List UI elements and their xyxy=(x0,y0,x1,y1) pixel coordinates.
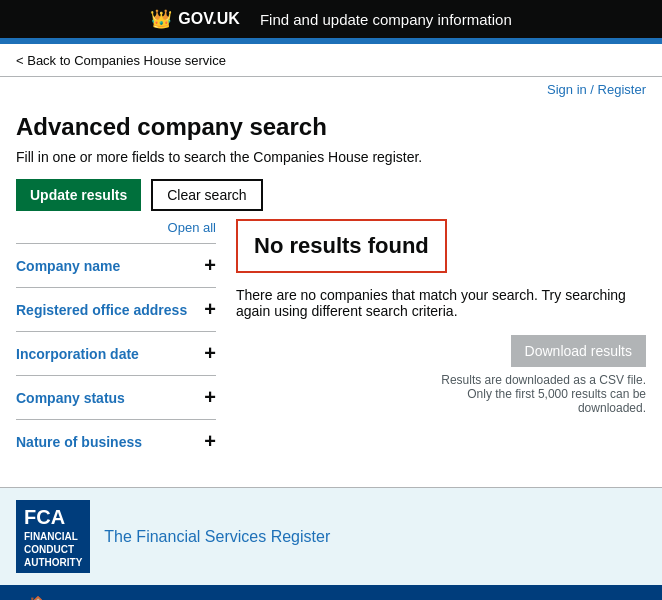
back-link-bar: Back to Companies House service xyxy=(0,44,662,77)
no-results-message: There are no companies that match your s… xyxy=(236,287,646,319)
sign-in-link[interactable]: Sign in / Register xyxy=(547,82,646,97)
fca-nav-data-downloads[interactable]: Data and downloads xyxy=(427,587,585,600)
download-results-button[interactable]: Download results xyxy=(511,335,646,367)
filter-incorporation-date[interactable]: Incorporation date + xyxy=(16,331,216,375)
page-title: Advanced company search xyxy=(16,113,646,141)
filter-incorporation-date-plus: + xyxy=(204,342,216,365)
filter-company-status[interactable]: Company status + xyxy=(16,375,216,419)
filter-registered-address[interactable]: Registered office address + xyxy=(16,287,216,331)
open-all-link[interactable]: Open all xyxy=(168,220,216,235)
back-link[interactable]: Back to Companies House service xyxy=(16,53,226,68)
crown-icon: 👑 xyxy=(150,8,172,30)
filters-column: Open all Company name + Registered offic… xyxy=(16,219,216,463)
results-column: No results found There are no companies … xyxy=(236,219,646,463)
filter-nature-of-business[interactable]: Nature of business + xyxy=(16,419,216,463)
no-results-title: No results found xyxy=(254,233,429,259)
filter-registered-address-label: Registered office address xyxy=(16,302,187,318)
fca-logo: FCA FINANCIAL CONDUCT AUTHORITY xyxy=(16,500,90,573)
main-content: Advanced company search Fill in one or m… xyxy=(0,101,662,479)
fca-logo-letters: FCA xyxy=(24,504,65,530)
open-all-container: Open all xyxy=(16,219,216,235)
fca-section: FCA FINANCIAL CONDUCT AUTHORITY The Fina… xyxy=(0,487,662,600)
fca-nav-other-registers[interactable]: Other registers xyxy=(313,587,427,600)
subtitle: Fill in one or more fields to search the… xyxy=(16,149,646,165)
filter-company-status-label: Company status xyxy=(16,390,125,406)
fca-logo-line1: FINANCIAL xyxy=(24,530,78,543)
filter-company-name-plus: + xyxy=(204,254,216,277)
filter-company-name[interactable]: Company name + xyxy=(16,243,216,287)
site-title: Find and update company information xyxy=(260,11,512,28)
filter-registered-address-plus: + xyxy=(204,298,216,321)
filter-company-name-label: Company name xyxy=(16,258,120,274)
fca-header: FCA FINANCIAL CONDUCT AUTHORITY The Fina… xyxy=(0,488,662,585)
filter-incorporation-date-label: Incorporation date xyxy=(16,346,139,362)
fca-nav-fund-search[interactable]: Fund search xyxy=(213,587,313,600)
download-note: Results are downloaded as a CSV file. On… xyxy=(426,373,646,415)
gov-header: 👑 GOV.UK Find and update company informa… xyxy=(0,0,662,38)
fca-nav-individual-prohibitions[interactable]: Individual prohibitions xyxy=(60,587,213,600)
buttons-row: Update results Clear search xyxy=(16,179,646,211)
update-results-button[interactable]: Update results xyxy=(16,179,141,211)
two-col-layout: Open all Company name + Registered offic… xyxy=(16,219,646,463)
fca-register-title: The Financial Services Register xyxy=(104,528,330,546)
download-area: Download results Results are downloaded … xyxy=(236,335,646,415)
sign-in-bar: Sign in / Register xyxy=(0,77,662,101)
fca-nav: 🏠 Individual prohibitions Fund search Ot… xyxy=(0,585,662,600)
fca-logo-line3: AUTHORITY xyxy=(24,556,82,569)
filter-nature-of-business-label: Nature of business xyxy=(16,434,142,450)
gov-logo: 👑 GOV.UK xyxy=(150,8,240,30)
gov-logo-text: GOV.UK xyxy=(178,10,240,28)
fca-logo-line2: CONDUCT xyxy=(24,543,74,556)
filter-nature-of-business-plus: + xyxy=(204,430,216,453)
no-results-box: No results found xyxy=(236,219,447,273)
filter-company-status-plus: + xyxy=(204,386,216,409)
fca-nav-home-icon[interactable]: 🏠 xyxy=(16,585,60,600)
clear-search-button[interactable]: Clear search xyxy=(151,179,262,211)
